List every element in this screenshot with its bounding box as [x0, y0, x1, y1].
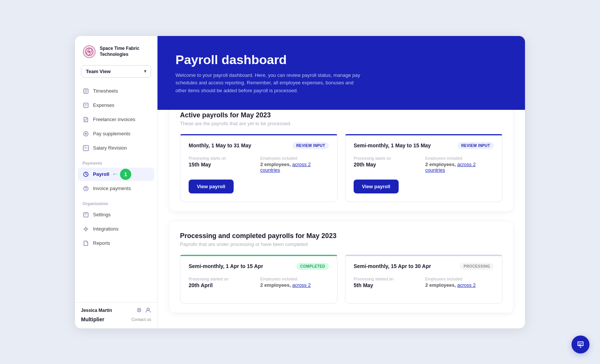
- reports-icon: [82, 240, 89, 247]
- employees-label: Employees included: [425, 277, 494, 281]
- card-title: Semi-monthly, 15 Apr to 30 Apr: [354, 263, 431, 269]
- card-title: Semi-monthly, 1 May to 15 May: [354, 142, 431, 148]
- processing-starts: Processing starts on 15th May: [189, 156, 257, 173]
- completed-payrolls-section: Processing and completed payrolls for Ma…: [170, 222, 513, 313]
- employees-included: Employees included 2 employees, across 2: [260, 277, 329, 288]
- sidebar-footer: Jessica Martin Multiplier Contact us: [75, 302, 157, 322]
- processing-value: 20th April: [189, 282, 257, 288]
- employees-included: Employees included 2 employees, across 2…: [260, 156, 329, 173]
- sidebar-item-timesheets[interactable]: Timesheets: [78, 84, 154, 98]
- sidebar-item-pay-supplements[interactable]: Pay supplements: [78, 127, 154, 141]
- sidebar-item-invoice-payments[interactable]: Invoice payments: [78, 182, 154, 195]
- payroll-card-semimonthly-may: Semi-monthly, 1 May to 15 May REVIEW INP…: [345, 134, 502, 202]
- chat-button[interactable]: [572, 336, 590, 354]
- invoice-payments-icon: [82, 185, 89, 192]
- sidebar-item-label: Invoice payments: [93, 186, 131, 191]
- logo-icon: [82, 45, 96, 58]
- card-header: Semi-monthly, 15 Apr to 30 Apr PROCESSIN…: [354, 263, 494, 270]
- employees-included: Employees included 2 employees, across 2…: [425, 156, 494, 173]
- view-payroll-button-2[interactable]: View payroll: [354, 180, 399, 193]
- status-badge: REVIEW INPUT: [458, 142, 494, 149]
- sidebar-item-reports[interactable]: Reports: [78, 237, 154, 250]
- card-top-bar-blue: [180, 134, 337, 135]
- payroll-icon: [82, 171, 89, 178]
- status-badge: COMPLETED: [297, 263, 329, 270]
- status-badge: PROCESSING: [460, 263, 494, 270]
- payroll-body: Active payrolls for May 2023 These are t…: [158, 110, 525, 328]
- card-top-bar-gray: [345, 255, 502, 256]
- user-name: Jessica Martin: [81, 308, 112, 313]
- payments-section-label: Payments: [78, 156, 154, 168]
- user-profile-icon[interactable]: [145, 307, 151, 314]
- user-settings-icon[interactable]: [136, 307, 142, 314]
- processing-value: 20th May: [354, 162, 422, 168]
- processing-started: Processing started on 20th April: [189, 277, 257, 288]
- processing-label: Processing starts on: [189, 156, 257, 160]
- svg-point-14: [147, 308, 149, 310]
- svg-point-3: [88, 51, 90, 53]
- sidebar-item-settings[interactable]: Settings: [78, 208, 154, 222]
- employees-included: Employees included 2 employees, across 2: [425, 277, 494, 288]
- completed-payroll-grid: Semi-monthly, 1 Apr to 15 Apr COMPLETED …: [180, 255, 502, 304]
- sidebar-item-label: Freelancer invoices: [93, 117, 135, 122]
- sidebar: Space Time Fabric Technologies Team View…: [75, 36, 158, 328]
- employees-value: 2 employees, across 2 countries: [260, 162, 329, 173]
- completed-payrolls-subtitle: Payrolls that are under processing or ha…: [180, 241, 502, 247]
- sidebar-item-payroll[interactable]: Payroll: [78, 168, 154, 181]
- completed-payrolls-title: Processing and completed payrolls for Ma…: [180, 232, 502, 240]
- sidebar-item-label: Expenses: [93, 102, 114, 108]
- sidebar-item-label: Reports: [93, 240, 110, 246]
- footer-user: Jessica Martin: [81, 307, 151, 314]
- hero-title: Payroll dashboard: [176, 52, 507, 67]
- view-payroll-button[interactable]: View payroll: [189, 180, 234, 193]
- sidebar-item-freelancer-invoices[interactable]: Freelancer invoices: [78, 113, 154, 126]
- sidebar-logo: Space Time Fabric Technologies: [75, 36, 157, 65]
- active-payroll-grid: Monthly, 1 May to 31 May REVIEW INPUT Pr…: [180, 134, 502, 202]
- payroll-meta: Processing started on 5th May Employees …: [354, 277, 494, 288]
- payroll-nav-wrapper: Payroll ← 1: [78, 168, 154, 181]
- employees-value: 2 employees, across 2: [425, 282, 494, 288]
- sidebar-item-label: Settings: [93, 212, 111, 217]
- processing-label: Processing starts on: [354, 156, 422, 160]
- countries-link[interactable]: across 2: [292, 282, 310, 288]
- freelancer-invoices-icon: [82, 116, 89, 123]
- user-icons: [136, 307, 151, 314]
- integrations-icon: [82, 226, 89, 232]
- sidebar-item-salary-revision[interactable]: Salary Revision: [78, 141, 154, 155]
- payroll-meta: Processing starts on 20th May Employees …: [354, 156, 494, 173]
- processing-label: Processing started on: [189, 277, 257, 281]
- card-header: Semi-monthly, 1 Apr to 15 Apr COMPLETED: [189, 263, 329, 270]
- contact-us-link[interactable]: Contact us: [131, 317, 151, 322]
- payroll-card-completed: Semi-monthly, 1 Apr to 15 Apr COMPLETED …: [180, 255, 338, 304]
- team-view-label: Team View: [86, 69, 111, 74]
- svg-point-10: [86, 190, 86, 190]
- employees-value: 2 employees, across 2 countries: [425, 162, 494, 173]
- sidebar-item-label: Timesheets: [93, 88, 118, 94]
- app-container: Space Time Fabric Technologies Team View…: [75, 36, 525, 328]
- timesheets-icon: [82, 88, 89, 94]
- organization-section-label: Organization: [78, 196, 154, 208]
- payroll-card-monthly: Monthly, 1 May to 31 May REVIEW INPUT Pr…: [180, 134, 338, 202]
- sidebar-item-label: Integrations: [93, 226, 118, 232]
- card-header: Monthly, 1 May to 31 May REVIEW INPUT: [189, 142, 329, 149]
- processing-value: 15th May: [189, 162, 257, 168]
- payroll-card-processing: Semi-monthly, 15 Apr to 30 Apr PROCESSIN…: [345, 255, 502, 304]
- card-top-bar-green: [180, 255, 337, 256]
- sidebar-item-integrations[interactable]: Integrations: [78, 222, 154, 236]
- team-view-selector[interactable]: Team View ▾: [81, 65, 151, 78]
- active-payrolls-title: Active payrolls for May 2023: [180, 111, 502, 119]
- sidebar-item-expenses[interactable]: Expenses: [78, 99, 154, 112]
- processing-value: 5th May: [354, 282, 422, 288]
- svg-point-13: [138, 309, 140, 311]
- hero-banner: Payroll dashboard Welcome to your payrol…: [158, 36, 525, 110]
- hero-subtitle: Welcome to your payroll dashboard. Here,…: [176, 72, 363, 95]
- brand-name: Multiplier: [81, 316, 104, 322]
- employees-label: Employees included: [260, 156, 329, 160]
- expenses-icon: [82, 102, 89, 109]
- employees-value: 2 employees, across 2: [260, 282, 329, 288]
- sidebar-item-label: Payroll: [93, 171, 109, 177]
- active-payrolls-section: Active payrolls for May 2023 These are t…: [170, 110, 513, 211]
- countries-link[interactable]: across 2: [457, 282, 476, 288]
- payroll-meta: Processing started on 20th April Employe…: [189, 277, 329, 288]
- main-content: Payroll dashboard Welcome to your payrol…: [158, 36, 525, 328]
